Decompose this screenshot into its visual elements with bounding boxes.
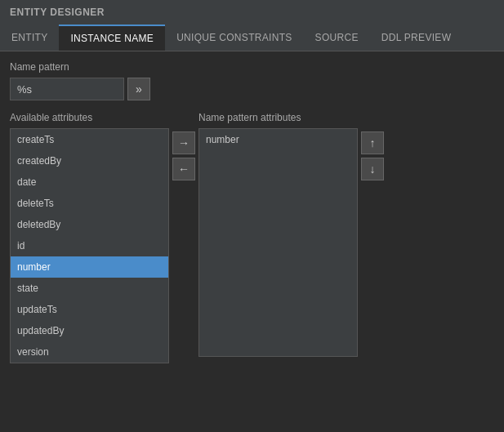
tab-instance-name[interactable]: INSTANCE NAME: [59, 24, 165, 51]
list-item[interactable]: number: [199, 129, 357, 150]
apply-icon: »: [136, 82, 142, 96]
list-item[interactable]: number: [11, 256, 168, 278]
list-item[interactable]: createTs: [11, 129, 168, 150]
name-pattern-attributes-list: number: [198, 128, 358, 357]
tab-ddl-preview[interactable]: DDL PREVIEW: [370, 24, 463, 51]
name-pattern-attributes-label: Name pattern attributes: [198, 112, 358, 123]
list-item[interactable]: date: [11, 171, 168, 193]
list-item[interactable]: version: [11, 341, 168, 363]
list-item[interactable]: updateTs: [11, 299, 168, 320]
arrow-up-icon: ↑: [370, 136, 376, 149]
tab-bar: ENTITY INSTANCE NAME UNIQUE CONSTRAINTS …: [0, 24, 504, 51]
name-pattern-apply-button[interactable]: »: [127, 78, 150, 100]
arrow-right-icon: →: [178, 136, 190, 149]
tab-unique-constraints[interactable]: UNIQUE CONSTRAINTS: [165, 24, 303, 51]
title-bar: ENTITY DESIGNER: [0, 0, 504, 24]
list-item[interactable]: updatedBy: [11, 320, 168, 341]
name-pattern-input[interactable]: [10, 78, 124, 100]
tab-source[interactable]: SOURCE: [304, 24, 370, 51]
available-attributes-list: createTs createdBy date deleteTs deleted…: [10, 128, 169, 363]
arrow-down-icon: ↓: [370, 163, 376, 176]
list-item[interactable]: state: [11, 278, 168, 299]
tab-entity[interactable]: ENTITY: [0, 24, 59, 51]
list-item[interactable]: id: [11, 235, 168, 256]
list-item[interactable]: deleteTs: [11, 193, 168, 214]
move-down-button[interactable]: ↓: [361, 158, 384, 180]
title-label: ENTITY DESIGNER: [10, 7, 105, 18]
name-pattern-label: Name pattern: [10, 61, 494, 73]
remove-from-pattern-button[interactable]: ←: [172, 158, 195, 180]
available-attributes-label: Available attributes: [10, 112, 169, 123]
list-item[interactable]: deletedBy: [11, 214, 168, 235]
add-to-pattern-button[interactable]: →: [172, 131, 195, 154]
move-up-button[interactable]: ↑: [361, 131, 384, 154]
arrow-left-icon: ←: [178, 163, 190, 176]
list-item[interactable]: createdBy: [11, 150, 168, 171]
